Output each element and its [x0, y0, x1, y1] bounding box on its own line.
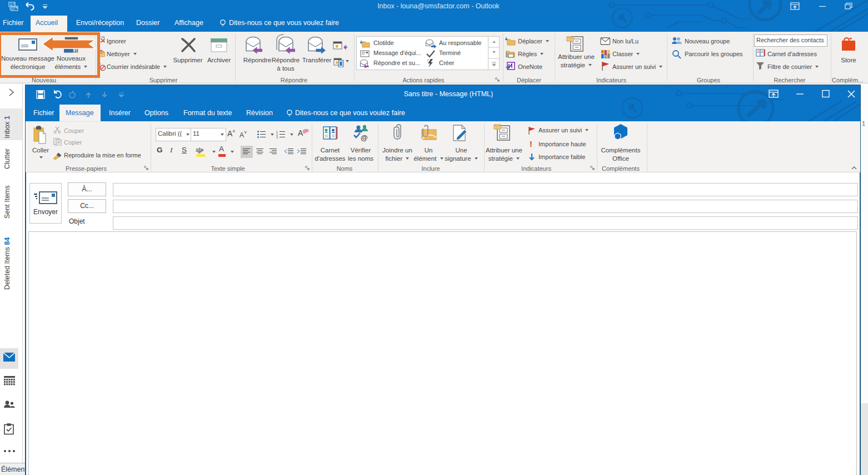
svg-text:3: 3 — [276, 136, 278, 138]
svg-text:@: @ — [361, 133, 368, 141]
